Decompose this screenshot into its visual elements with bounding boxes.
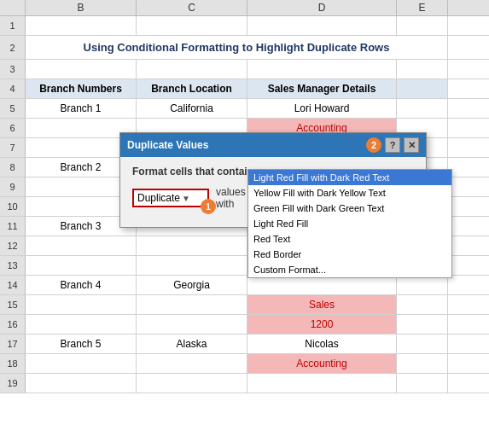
cell-d18[interactable]: Accounting	[247, 354, 397, 373]
row-num: 10	[0, 197, 26, 216]
cell-d5[interactable]: Lori Howard	[247, 99, 397, 118]
cell-e1[interactable]	[397, 16, 448, 35]
cell-e4	[397, 79, 448, 98]
cell-b15[interactable]	[26, 295, 137, 314]
row-num: 13	[0, 256, 26, 275]
table-row: 14 Branch 4 Georgia	[0, 276, 489, 295]
cell-c19[interactable]	[137, 374, 247, 393]
spreadsheet-title: Using Conditional Formatting to Highligh…	[84, 41, 390, 54]
cell-d19[interactable]	[247, 374, 397, 393]
spreadsheet: B C D E 1 2 Using Conditional Formatting…	[0, 0, 489, 448]
table-row: 17 Branch 5 Alaska Nicolas	[0, 335, 489, 354]
dropdown-item-2[interactable]: Green Fill with Dark Green Text	[248, 201, 451, 216]
cell-b14[interactable]: Branch 4	[26, 276, 137, 294]
dropdown-item-5[interactable]: Red Border	[248, 247, 451, 262]
row-num: 16	[0, 315, 26, 334]
cell-b3[interactable]	[26, 60, 137, 79]
row-num: 4	[0, 79, 26, 98]
row-num: 19	[0, 374, 26, 393]
cell-e19[interactable]	[397, 374, 448, 393]
dialog-title: Duplicate Values	[127, 139, 208, 151]
row-num: 5	[0, 99, 26, 118]
cell-e15[interactable]	[397, 295, 448, 314]
row-num: 3	[0, 60, 26, 79]
dropdown-item-1[interactable]: Yellow Fill with Dark Yellow Text	[248, 185, 451, 201]
row-num: 11	[0, 217, 26, 236]
row-num: 9	[0, 177, 26, 196]
cell-d14[interactable]	[247, 276, 397, 294]
cell-b5[interactable]: Branch 1	[26, 99, 137, 118]
cell-d4: Sales Manager Details	[247, 79, 397, 98]
cell-c15[interactable]	[137, 295, 247, 314]
cell-d15[interactable]: Sales	[247, 295, 397, 314]
badge-1: 1	[201, 199, 216, 214]
duplicate-select[interactable]: Duplicate ▼	[132, 189, 209, 207]
cell-b18[interactable]	[26, 354, 137, 373]
row-num: 8	[0, 158, 26, 177]
badge-2: 2	[366, 137, 381, 153]
row-num: 12	[0, 236, 26, 255]
row-num: 7	[0, 138, 26, 157]
cell-c5[interactable]: California	[137, 99, 247, 118]
row-num: 18	[0, 354, 26, 373]
cell-c17[interactable]: Alaska	[137, 335, 247, 353]
cell-c18[interactable]	[137, 354, 247, 373]
table-row: 1	[0, 16, 489, 36]
cell-b12[interactable]	[26, 236, 137, 255]
col-e-header: E	[397, 0, 448, 15]
cell-e16[interactable]	[397, 315, 448, 334]
cell-e5[interactable]	[397, 99, 448, 118]
row-num: 1	[0, 16, 26, 35]
table-row: 18 Accounting	[0, 354, 489, 374]
format-dropdown-list: Light Red Fill with Dark Red Text Yellow…	[247, 169, 452, 278]
cell-d16[interactable]: 1200	[247, 315, 397, 334]
table-row: 19	[0, 374, 489, 393]
chevron-down-icon: ▼	[182, 194, 190, 203]
table-row: 2 Using Conditional Formatting to Highli…	[0, 36, 489, 60]
dialog-close-button[interactable]: ✕	[404, 137, 419, 153]
row-num: 14	[0, 276, 26, 294]
cell-e18[interactable]	[397, 354, 448, 373]
cell-c13[interactable]	[137, 256, 247, 275]
cell-d1[interactable]	[247, 16, 397, 35]
duplicate-select-value: Duplicate	[137, 192, 180, 204]
table-row: 3	[0, 60, 489, 79]
dropdown-item-0[interactable]: Light Red Fill with Dark Red Text	[248, 170, 451, 185]
cell-c4: Branch Location	[137, 79, 247, 98]
dropdown-item-6[interactable]: Custom Format...	[248, 262, 451, 277]
row-num: 2	[0, 36, 26, 59]
row-num: 15	[0, 295, 26, 314]
cell-c16[interactable]	[137, 315, 247, 334]
dialog-title-bar: Duplicate Values 2 ? ✕	[120, 133, 426, 157]
cell-d3[interactable]	[247, 60, 397, 79]
cell-b1[interactable]	[26, 16, 137, 35]
table-row: 16 1200	[0, 315, 489, 335]
cell-c1[interactable]	[137, 16, 247, 35]
cell-c3[interactable]	[137, 60, 247, 79]
col-headers: B C D E	[0, 0, 489, 16]
row-num: 6	[0, 119, 26, 137]
col-b-header: B	[26, 0, 137, 15]
cell-c12[interactable]	[137, 236, 247, 255]
corner-header	[0, 0, 26, 15]
cell-b13[interactable]	[26, 256, 137, 275]
table-row: 4 Branch Numbers Branch Location Sales M…	[0, 79, 489, 99]
cell-b4: Branch Numbers	[26, 79, 137, 98]
dropdown-item-4[interactable]: Red Text	[248, 231, 451, 247]
cell-b16[interactable]	[26, 315, 137, 334]
dialog-help-button[interactable]: ?	[385, 137, 400, 153]
row-num: 17	[0, 335, 26, 353]
table-row: 15 Sales	[0, 295, 489, 315]
table-row: 5 Branch 1 California Lori Howard	[0, 99, 489, 119]
col-c-header: C	[137, 0, 247, 15]
cell-e14[interactable]	[397, 276, 448, 294]
cell-d17[interactable]: Nicolas	[247, 335, 397, 353]
cell-b19[interactable]	[26, 374, 137, 393]
dialog-title-buttons: 2 ? ✕	[366, 137, 419, 153]
cell-e17[interactable]	[397, 335, 448, 353]
cell-e3[interactable]	[397, 60, 448, 79]
cell-b17[interactable]: Branch 5	[26, 335, 137, 353]
dropdown-item-3[interactable]: Light Red Fill	[248, 216, 451, 231]
col-d-header: D	[247, 0, 397, 15]
cell-c14[interactable]: Georgia	[137, 276, 247, 294]
